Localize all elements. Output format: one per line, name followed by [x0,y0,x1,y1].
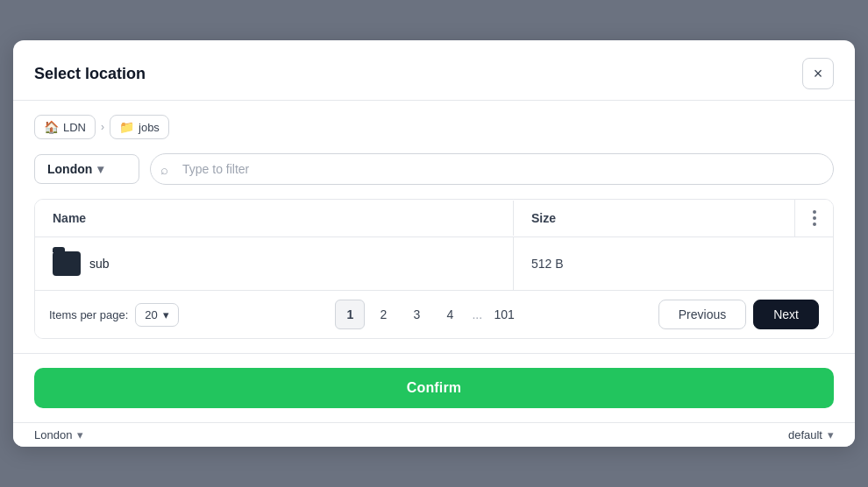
folder-icon [53,251,81,276]
location-label: London [47,162,92,176]
breadcrumb-item-ldn[interactable]: 🏠 LDN [34,115,96,139]
bottom-right-item[interactable]: default ▾ [788,428,834,441]
th-name: Name [35,201,514,236]
confirm-button[interactable]: Confirm [34,368,834,408]
breadcrumb-label-ldn: LDN [63,121,86,134]
modal-body: 🏠 LDN › 📁 jobs London ▾ ⌕ Name [13,101,855,353]
file-table: Name Size sub 512 B Items p [34,199,834,339]
td-size: 512 B [514,243,794,285]
filter-input[interactable] [150,153,834,185]
th-size: Size [514,201,794,236]
previous-button[interactable]: Previous [658,300,746,329]
next-button[interactable]: Next [753,300,819,329]
page-4-button[interactable]: 4 [435,300,465,329]
modal-title: Select location [34,65,146,83]
items-per-page-label: Items per page: [49,308,128,321]
per-page-chevron: ▾ [163,308,169,321]
bottom-left-chevron: ▾ [77,428,83,441]
bottom-left-item[interactable]: London ▾ [34,428,83,441]
page-numbers: 1 2 3 4 ... 101 [196,300,658,329]
per-page-value: 20 [145,308,157,321]
bottom-right-chevron: ▾ [828,428,834,441]
home-icon: 🏠 [44,120,59,134]
row-name: sub [89,257,110,271]
modal-header: Select location × [13,40,855,101]
controls-row: London ▾ ⌕ [34,153,834,185]
filter-wrap: ⌕ [150,153,834,185]
folder-breadcrumb-icon: 📁 [119,120,134,134]
location-dropdown[interactable]: London ▾ [34,154,139,184]
select-location-modal: Select location × 🏠 LDN › 📁 jobs London … [13,40,855,447]
per-page-dropdown[interactable]: 20 ▾ [135,303,178,327]
td-name: sub [35,237,514,290]
search-icon: ⌕ [160,162,168,177]
modal-footer: Confirm [13,353,855,422]
breadcrumb-item-jobs[interactable]: 📁 jobs [110,115,169,139]
items-per-page: Items per page: 20 ▾ [49,303,179,327]
chevron-down-icon: ▾ [97,162,103,176]
breadcrumb: 🏠 LDN › 📁 jobs [34,115,834,139]
bottom-left-label: London [34,428,72,441]
page-1-button[interactable]: 1 [335,300,365,329]
bottom-right-label: default [788,428,822,441]
page-3-button[interactable]: 3 [402,300,431,329]
breadcrumb-label-jobs: jobs [139,121,160,134]
table-row[interactable]: sub 512 B [35,237,833,290]
breadcrumb-separator: › [101,121,104,133]
bottom-bar: London ▾ default ▾ [13,422,855,447]
page-last-button[interactable]: 101 [489,300,519,329]
column-options-icon[interactable] [813,210,816,226]
nav-buttons: Previous Next [658,300,819,329]
th-actions [794,200,833,236]
close-button[interactable]: × [802,58,834,89]
page-2-button[interactable]: 2 [368,300,398,329]
table-header: Name Size [35,200,833,237]
pagination-row: Items per page: 20 ▾ 1 2 3 4 ... 101 Pre… [35,290,833,338]
page-ellipsis: ... [468,307,486,321]
